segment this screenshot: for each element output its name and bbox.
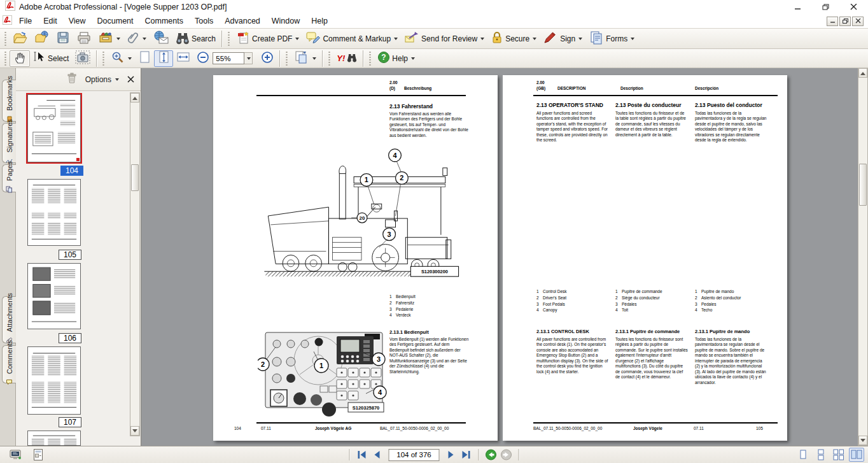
create-pdf-button[interactable]: Create PDF bbox=[233, 31, 302, 47]
page-export-button[interactable] bbox=[291, 50, 319, 67]
sidebar-tab-comments[interactable]: Comments bbox=[2, 345, 16, 383]
menu-item-advanced[interactable]: Advanced bbox=[219, 15, 266, 27]
zoom-level-input[interactable] bbox=[213, 52, 244, 64]
save-button[interactable] bbox=[53, 31, 73, 47]
page-number-input[interactable] bbox=[389, 449, 440, 461]
menu-item-file[interactable]: File bbox=[13, 15, 38, 27]
layout-facing-button[interactable] bbox=[849, 448, 864, 462]
attach-button[interactable] bbox=[123, 31, 150, 47]
zoom-level-caret[interactable] bbox=[244, 52, 253, 64]
sidebar-tab-attachments[interactable]: Attachments bbox=[2, 296, 16, 343]
first-page-button[interactable] bbox=[354, 448, 370, 462]
fit-page-button[interactable] bbox=[135, 50, 154, 67]
help-button[interactable]: ?Help bbox=[374, 50, 418, 67]
sidebar-tab-bookmarks[interactable]: Bookmarks bbox=[2, 80, 16, 122]
toolbar-grip[interactable] bbox=[4, 31, 7, 46]
document-page-104: 2.00 (D) Beschreibung 2.13 Fahrerstand V… bbox=[213, 75, 498, 441]
sidebar-tab-signatures[interactable]: Signatures bbox=[2, 123, 16, 163]
page-thumbnail[interactable] bbox=[27, 346, 81, 415]
send-for-review-button[interactable]: Send for Review bbox=[401, 31, 487, 47]
menu-item-edit[interactable]: Edit bbox=[38, 15, 63, 27]
organizer-button[interactable] bbox=[95, 31, 123, 47]
scroll-down-button[interactable] bbox=[130, 426, 139, 436]
fit-width-button[interactable] bbox=[173, 50, 193, 67]
thumbnail-label[interactable]: 107 bbox=[59, 417, 81, 427]
page-thumbnail[interactable] bbox=[27, 263, 81, 329]
menu-item-window[interactable]: Window bbox=[266, 15, 305, 27]
select-tool-button[interactable]: Select bbox=[30, 50, 72, 67]
footer-doc: BAL_07.11_50-0050-0006_02_00_00 bbox=[380, 426, 449, 431]
toolbar-grip[interactable] bbox=[102, 51, 105, 66]
close-panel-button[interactable] bbox=[127, 74, 134, 85]
scroll-up-button[interactable] bbox=[858, 68, 867, 78]
next-page-button[interactable] bbox=[444, 448, 459, 462]
toolbar-grip[interactable] bbox=[4, 51, 7, 66]
toolbar-grip[interactable] bbox=[227, 31, 230, 46]
document-close-button[interactable] bbox=[852, 17, 864, 26]
menu-item-tools[interactable]: Tools bbox=[189, 15, 219, 27]
options-dropdown[interactable]: Options bbox=[85, 75, 119, 84]
sign-button[interactable]: Sign bbox=[540, 31, 585, 47]
menu-item-help[interactable]: Help bbox=[305, 15, 333, 27]
forms-button[interactable]: Forms bbox=[585, 31, 638, 47]
sidebar-tab-pages[interactable]: Pages bbox=[2, 164, 16, 192]
page-thumbnail[interactable] bbox=[27, 179, 81, 246]
legend-de: 1Bedienpult 2Fahrersitz 3Pedalerie 4Verd… bbox=[389, 294, 416, 318]
document-minimize-button[interactable] bbox=[827, 17, 838, 26]
layout-continuous-button[interactable] bbox=[813, 448, 829, 462]
thumbnail-label[interactable]: 105 bbox=[59, 250, 81, 260]
open-button[interactable] bbox=[10, 31, 31, 47]
page-header-en: DESCRIPTION bbox=[557, 86, 585, 90]
restore-button[interactable] bbox=[821, 3, 830, 11]
chevron-down-icon bbox=[247, 57, 251, 60]
toolbar-grip[interactable] bbox=[285, 51, 288, 66]
comment-markup-button[interactable]: Comment & Markup bbox=[302, 31, 401, 47]
menu-item-view[interactable]: View bbox=[63, 15, 92, 27]
scroll-thumb[interactable] bbox=[859, 164, 867, 206]
tab-label: Signatures bbox=[6, 119, 13, 153]
scroll-thumb[interactable] bbox=[131, 164, 139, 191]
open-web-page-button[interactable] bbox=[31, 31, 53, 47]
page-thumbnail[interactable] bbox=[27, 431, 81, 446]
snapshot-button[interactable] bbox=[72, 50, 94, 67]
thumbnails-scrollbar[interactable] bbox=[130, 92, 140, 436]
page-layout-options-button[interactable] bbox=[31, 448, 46, 462]
layout-continuous-facing-button[interactable] bbox=[831, 448, 846, 462]
minimize-button[interactable] bbox=[793, 3, 802, 11]
menu-item-comments[interactable]: Comments bbox=[139, 15, 189, 27]
yahoo-search-button[interactable]: Y! bbox=[333, 50, 360, 67]
email-button[interactable] bbox=[150, 31, 172, 47]
zoom-in-button[interactable] bbox=[258, 50, 277, 67]
layout-single-page-button[interactable] bbox=[795, 448, 811, 462]
delete-pages-button[interactable] bbox=[67, 73, 77, 86]
document-scrollbar[interactable] bbox=[858, 68, 868, 446]
folder-globe-icon bbox=[34, 31, 50, 46]
minus-circle-icon bbox=[197, 51, 209, 66]
thumbnail-label[interactable]: 106 bbox=[59, 333, 81, 343]
zoom-out-button[interactable] bbox=[193, 50, 213, 67]
page-thumbnail[interactable] bbox=[27, 94, 81, 162]
fit-height-button[interactable] bbox=[154, 50, 173, 67]
toolbar-grip[interactable] bbox=[328, 51, 331, 66]
document-restore-button[interactable] bbox=[839, 17, 851, 26]
thumbnail-label[interactable]: 104 bbox=[60, 166, 83, 176]
zoom-tool-button[interactable] bbox=[108, 50, 135, 67]
dropdown-caret bbox=[143, 38, 146, 40]
close-button[interactable] bbox=[849, 3, 858, 11]
print-button[interactable] bbox=[73, 31, 95, 47]
reading-mode-button[interactable] bbox=[8, 448, 23, 462]
scroll-down-button[interactable] bbox=[858, 436, 867, 445]
toolbar-grip[interactable] bbox=[368, 51, 372, 66]
secure-button[interactable]: Secure bbox=[487, 31, 540, 47]
previous-view-button[interactable] bbox=[484, 448, 499, 462]
previous-page-button[interactable] bbox=[370, 448, 385, 462]
search-button[interactable]: Search bbox=[172, 31, 219, 47]
next-view-button[interactable] bbox=[499, 448, 514, 462]
menu-item-document[interactable]: Document bbox=[92, 15, 139, 27]
acrobat-window: Adobe Acrobat Professional - [Vogele Sup… bbox=[0, 0, 868, 463]
last-page-button[interactable] bbox=[459, 448, 474, 462]
hand-tool-button[interactable] bbox=[10, 50, 30, 67]
document-view[interactable]: 2.00 (D) Beschreibung 2.13 Fahrerstand V… bbox=[141, 68, 858, 446]
scroll-up-button[interactable] bbox=[130, 93, 139, 103]
yahoo-binoculars-icon bbox=[347, 52, 357, 64]
